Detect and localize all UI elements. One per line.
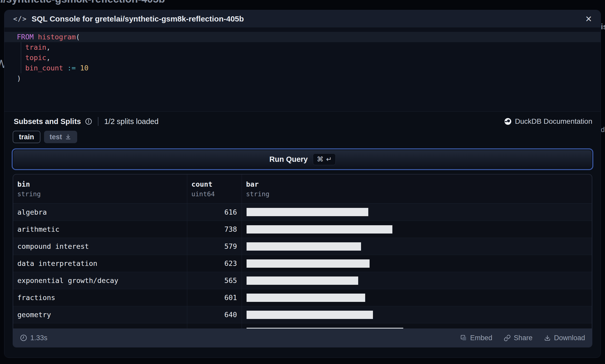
bin-cell: algebra [13,203,187,221]
bar-cell [242,238,592,255]
sql-console-modal: </> SQL Console for gretelai/synthetic-g… [4,10,601,358]
subsets-splits-row: Subsets and Splits 1/2 splits loaded Duc… [14,115,592,128]
code-line: train, [4,42,601,53]
histogram-bar [247,311,373,319]
histogram-bar [247,208,368,216]
table-row: data interpretation623 [13,255,592,272]
code-line: FROM histogram( [4,32,601,42]
histogram-bar [247,259,370,268]
column-name: bin [17,180,187,188]
close-button[interactable]: × [585,13,592,24]
count-cell: 565 [187,272,242,289]
histogram-bar [247,225,392,234]
count-cell: 616 [187,203,242,221]
backdrop-text-fragment: gretelai/synthetic-gsm8k-reflection-405b [0,0,165,5]
bin-cell: arithmetic [13,221,187,238]
info-icon[interactable] [85,118,92,125]
footer-actions: Embed Share [460,334,585,342]
share-button[interactable]: Share [504,334,532,342]
download-label: Download [554,334,585,342]
keyboard-shortcut-badge: ⌘ ↵ [313,154,336,165]
sql-editor[interactable]: FROM histogram( train, topic, bin_count … [4,28,601,112]
tab-test[interactable]: test [44,131,77,143]
tab-train[interactable]: train [13,131,40,143]
column-header-bar[interactable]: bar string [242,174,592,203]
duckdb-documentation-label: DuckDB Documentation [515,117,592,126]
code-line: topic, [4,53,601,63]
duckdb-documentation-link[interactable]: DuckDB Documentation [504,117,592,126]
bin-cell: data interpretation [13,255,187,272]
table-row: fractions601 [13,289,592,306]
histogram-bar [247,294,365,302]
table-header: bin string count uint64 bar string [13,174,592,203]
code-line: bin_count := 10 [4,63,601,73]
bin-cell [13,323,187,329]
count-cell: 579 [187,238,242,255]
command-key-icon: ⌘ [317,155,323,163]
embed-icon [460,334,467,341]
column-type: string [246,190,592,198]
bar-cell [242,203,592,221]
bar-cell [242,306,592,323]
code-lines: FROM histogram( train, topic, bin_count … [4,32,601,84]
column-name: count [191,180,242,188]
share-label: Share [514,334,532,342]
download-button[interactable]: Download [544,334,585,342]
table-row: arithmetic738 [13,221,592,238]
code-line: ) [4,73,601,84]
bin-cell: geometry [13,306,187,323]
count-cell: 623 [187,255,242,272]
column-type: string [17,190,187,198]
download-icon [544,334,551,341]
count-cell [187,323,242,329]
elapsed-value: 1.33s [30,334,47,342]
code-icon: </> [13,15,27,23]
bin-cell: compound interest [13,238,187,255]
clock-icon [20,334,27,341]
backdrop-text-fragment: d [601,126,605,134]
embed-label: Embed [470,334,492,342]
column-header-count[interactable]: count uint64 [187,174,242,203]
bar-cell [242,221,592,238]
return-key-icon: ↵ [326,155,332,163]
share-link-icon [504,334,511,341]
vertical-separator [98,117,98,126]
bin-cell: exponential growth/decay [13,272,187,289]
download-icon [65,134,71,140]
table-row: exponential growth/decay565 [13,272,592,289]
query-results-panel: bin string count uint64 bar string algeb… [13,174,592,347]
bar-cell [242,323,592,329]
tab-train-label: train [19,133,34,141]
split-tabs: train test [13,131,592,143]
modal-title: SQL Console for gretelai/synthetic-gsm8k… [32,14,244,23]
run-query-button[interactable]: Run Query ⌘ ↵ [12,148,593,170]
tab-test-label: test [50,133,62,141]
count-cell: 640 [187,306,242,323]
bin-cell: fractions [13,289,187,306]
count-cell: 601 [187,289,242,306]
histogram-bar [247,242,361,251]
embed-button[interactable]: Embed [460,334,492,342]
table-row-partial [13,323,592,329]
table-row: compound interest579 [13,238,592,255]
table-row: algebra616 [13,203,592,221]
query-elapsed-time: 1.33s [20,334,47,342]
run-query-label: Run Query [269,155,308,164]
duckdb-logo-icon [504,118,512,125]
splits-loaded-status: 1/2 splits loaded [104,117,159,126]
column-header-bin[interactable]: bin string [13,174,187,203]
column-name: bar [246,180,592,188]
section-title: Subsets and Splits [14,117,81,126]
column-type: uint64 [191,190,242,198]
backdrop-text-fragment: is [601,22,605,31]
bar-cell [242,289,592,306]
histogram-bar [247,276,358,285]
modal-header: </> SQL Console for gretelai/synthetic-g… [4,10,601,28]
bar-cell [242,255,592,272]
bar-cell [242,272,592,289]
table-rows: algebra616arithmetic738compound interest… [13,203,592,329]
results-footer: 1.33s Embed [13,329,592,347]
table-row: geometry640 [13,306,592,323]
count-cell: 738 [187,221,242,238]
